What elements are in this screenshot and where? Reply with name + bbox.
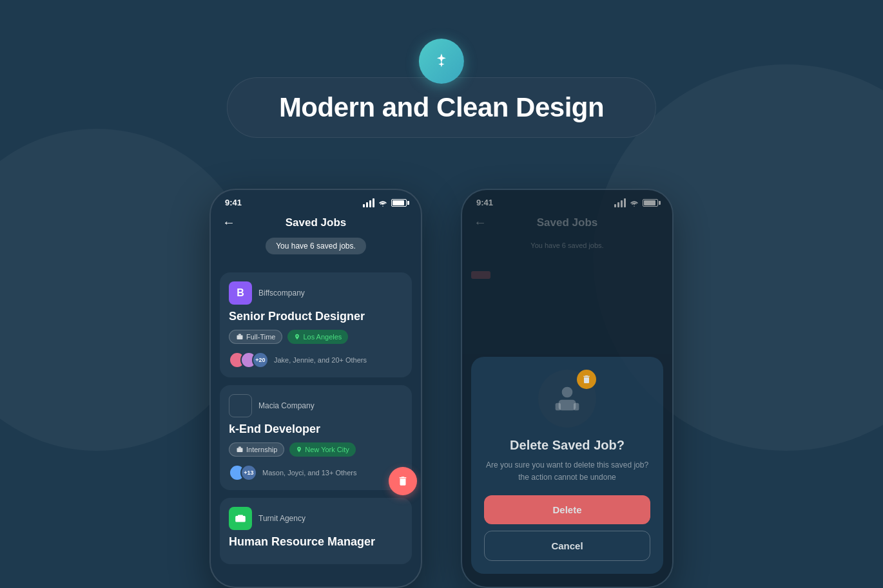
job-card-1-header: B Biffscompany (229, 281, 403, 305)
applicants-text-2: Mason, Joyci, and 13+ Others (262, 469, 356, 477)
avatar-count-2: +13 (240, 464, 257, 481)
nav-bar-left: ← Saved Jobs (211, 210, 421, 238)
job-location-tag-1: Los Angeles (287, 330, 348, 344)
job-tags-2: Internship New York City (229, 442, 403, 457)
person-icon (551, 383, 583, 415)
phone-left: 9:41 ← Saved Jobs You have 6 saved jobs. (209, 189, 422, 588)
job-card-3[interactable]: Turnit Agency Human Resource Manager (220, 498, 412, 564)
saved-notice-container: You have 6 saved jobs. (211, 238, 421, 265)
status-bar-left: 9:41 (211, 190, 421, 210)
company-logo-1: B (229, 281, 252, 305)
job-card-3-header: Turnit Agency (229, 507, 403, 530)
nav-title-left: Saved Jobs (286, 216, 347, 229)
modal-icon-container (484, 370, 650, 428)
applicants-row-1: +20 Jake, Jennie, and 20+ Others (229, 352, 403, 368)
title-pill: Modern and Clean Design (227, 77, 656, 138)
svg-rect-5 (559, 399, 576, 410)
modal-desc: Are you sure you want to delete this sav… (484, 459, 650, 484)
job-card-2-header: Macia Company (229, 394, 403, 417)
company-name-3: Turnit Agency (258, 514, 306, 523)
job-card-1[interactable]: B Biffscompany Senior Product Designer F… (220, 272, 412, 377)
svg-rect-1 (237, 448, 243, 453)
job-title-3: Human Resource Manager (229, 535, 403, 549)
svg-rect-7 (574, 403, 579, 410)
back-button-left[interactable]: ← (222, 215, 235, 230)
modal-delete-button[interactable]: Delete (484, 495, 650, 524)
signal-icon (363, 198, 374, 207)
applicants-row-2: +13 Mason, Joyci, and 13+ Others (229, 464, 403, 481)
saved-notice-left: You have 6 saved jobs. (266, 238, 366, 254)
header-area: Modern and Clean Design (227, 39, 656, 138)
page-title: Modern and Clean Design (279, 92, 604, 123)
svg-rect-0 (237, 336, 243, 340)
company-logo-3 (229, 507, 252, 530)
delete-modal-overlay: Delete Saved Job? Are you sure you want … (462, 190, 672, 587)
phones-container: 9:41 ← Saved Jobs You have 6 saved jobs. (209, 189, 674, 588)
modal-cancel-button[interactable]: Cancel (484, 531, 650, 561)
sparkle-icon (419, 39, 464, 84)
job-card-2[interactable]: Macia Company k-End Developer Internship… (220, 385, 412, 490)
applicants-text-1: Jake, Jennie, and 20+ Others (274, 356, 367, 364)
company-name-2: Macia Company (258, 401, 315, 410)
modal-icon-bg (538, 370, 596, 428)
svg-point-4 (562, 386, 573, 397)
delete-fab-button[interactable] (389, 467, 417, 495)
company-name-1: Biffscompany (258, 289, 305, 298)
svg-rect-3 (238, 515, 243, 517)
avatar-group-2: +13 (229, 464, 257, 481)
battery-icon (391, 199, 407, 207)
svg-rect-6 (556, 403, 561, 410)
modal-trash-badge (577, 370, 596, 389)
job-type-tag-2: Internship (229, 442, 284, 457)
modal-title: Delete Saved Job? (484, 438, 650, 453)
avatar-group-1: +20 (229, 352, 269, 368)
delete-modal: Delete Saved Job? Are you sure you want … (471, 357, 663, 574)
job-tags-1: Full-Time Los Angeles (229, 330, 403, 344)
job-title-1: Senior Product Designer (229, 310, 403, 323)
avatar-count-1: +20 (252, 352, 269, 368)
job-title-2: k-End Developer (229, 422, 403, 436)
company-logo-2 (229, 394, 252, 417)
time-left: 9:41 (225, 198, 242, 207)
job-location-tag-2: New York City (289, 442, 355, 457)
job-type-tag-1: Full-Time (229, 330, 282, 344)
status-icons-left (363, 198, 407, 207)
phone-right: 9:41 ← Saved Jobs You have 6 saved jobs. (461, 189, 674, 588)
wifi-icon (378, 199, 388, 207)
